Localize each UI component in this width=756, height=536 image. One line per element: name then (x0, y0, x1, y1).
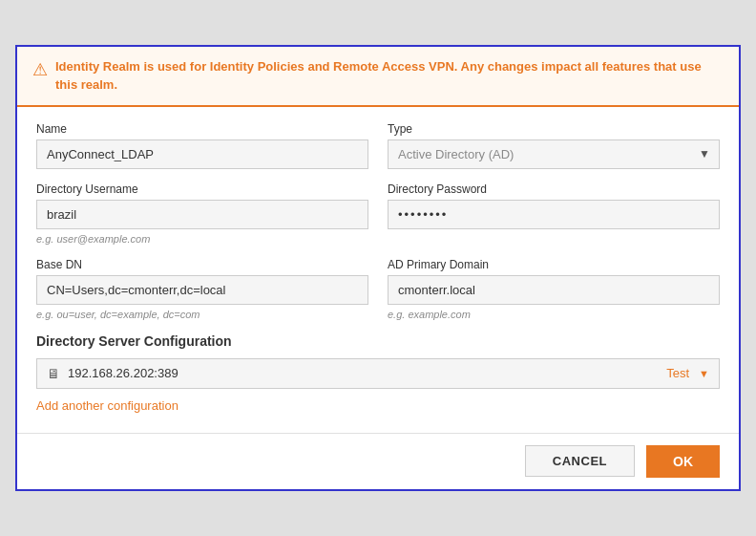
dialog: ⚠ Identity Realm is used for Identity Po… (15, 45, 741, 490)
test-link[interactable]: Test (666, 366, 689, 380)
add-config-link[interactable]: Add another configuration (36, 398, 178, 413)
name-input[interactable] (36, 139, 368, 169)
server-icon: 🖥 (47, 366, 60, 381)
ad-primary-input[interactable] (388, 275, 720, 305)
warning-text-bold: Identity Realm is used for Identity Poli… (55, 59, 702, 91)
form-body: Name Type Active Directory (AD) ▼ Direct… (17, 107, 739, 429)
form-group-dir-password: Directory Password (388, 182, 720, 245)
base-dn-label: Base DN (36, 258, 368, 271)
dir-username-label: Directory Username (36, 182, 368, 196)
cancel-button[interactable]: CANCEL (525, 445, 635, 477)
server-section-title: Directory Server Configuration (36, 333, 720, 349)
footer: CANCEL OK (17, 433, 739, 489)
form-row-dirusername-dirpassword: Directory Username e.g. user@example.com… (36, 182, 720, 245)
dir-username-input[interactable] (36, 200, 368, 229)
type-label: Type (388, 122, 720, 136)
warning-banner: ⚠ Identity Realm is used for Identity Po… (17, 47, 739, 106)
warning-text: Identity Realm is used for Identity Poli… (55, 58, 724, 93)
dir-password-input[interactable] (388, 200, 720, 229)
ad-primary-label: AD Primary Domain (388, 258, 720, 271)
form-group-type: Type Active Directory (AD) ▼ (388, 122, 720, 169)
type-select[interactable]: Active Directory (AD) (388, 139, 720, 169)
name-label: Name (36, 122, 368, 136)
form-group-name: Name (36, 122, 368, 169)
form-group-ad-primary: AD Primary Domain e.g. example.com (388, 258, 720, 320)
dir-password-label: Directory Password (388, 182, 720, 196)
form-group-dir-username: Directory Username e.g. user@example.com (36, 182, 368, 245)
server-address-text: 192.168.26.202:389 (68, 366, 659, 380)
test-chevron-down-icon[interactable]: ▼ (699, 368, 709, 379)
dir-username-hint: e.g. user@example.com (36, 233, 368, 245)
form-row-basedn-adprimary: Base DN e.g. ou=user, dc=example, dc=com… (36, 258, 720, 320)
base-dn-input[interactable] (36, 275, 368, 305)
ad-primary-hint: e.g. example.com (388, 309, 720, 320)
warning-icon: ⚠ (32, 59, 48, 80)
type-select-wrapper: Active Directory (AD) ▼ (388, 139, 720, 169)
base-dn-hint: e.g. ou=user, dc=example, dc=com (36, 309, 368, 320)
form-row-name-type: Name Type Active Directory (AD) ▼ (36, 122, 720, 169)
form-group-base-dn: Base DN e.g. ou=user, dc=example, dc=com (36, 258, 368, 320)
ok-button[interactable]: OK (646, 445, 720, 478)
server-row: 🖥 192.168.26.202:389 Test ▼ (36, 358, 720, 389)
